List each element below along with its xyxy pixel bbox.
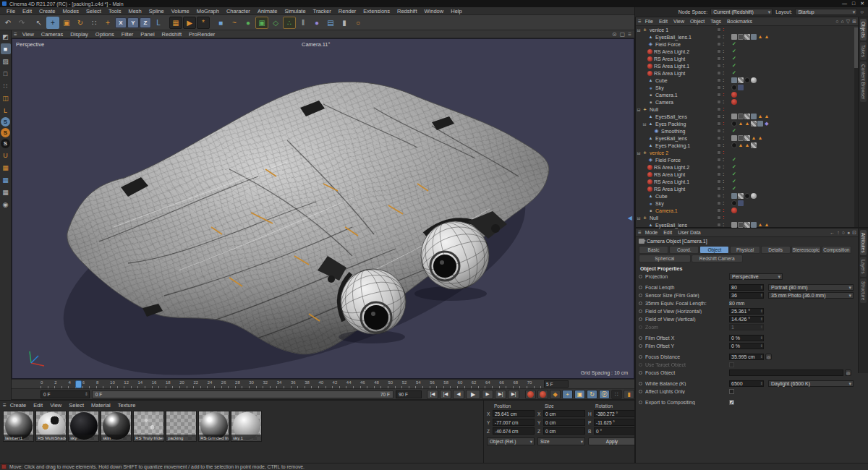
attribute-select[interactable]: Portrait (80 mm): [768, 284, 854, 291]
animation-dot-icon[interactable]: [639, 336, 642, 340]
visibility-dots[interactable]: :: [723, 143, 724, 148]
expand-toggle[interactable]: ⊟: [636, 107, 642, 112]
object-tag-icon[interactable]: [738, 222, 744, 228]
magnet-icon[interactable]: U: [1, 150, 11, 161]
material-menu-item[interactable]: View: [46, 402, 65, 409]
attribute-menu-item[interactable]: Edit: [660, 230, 675, 235]
undo-icon[interactable]: ↶: [1, 17, 14, 29]
material-menu-item[interactable]: Create: [7, 402, 30, 409]
object-tag-icon[interactable]: [757, 114, 763, 119]
object-menu-item[interactable]: Bookmarks: [724, 19, 755, 24]
attribute-menu-item[interactable]: Mode: [642, 230, 661, 235]
render-view-button[interactable]: ▦: [169, 17, 182, 29]
layer-toggle[interactable]: [717, 64, 721, 68]
attribute-checkbox[interactable]: [729, 389, 734, 394]
layer-toggle[interactable]: [717, 129, 721, 133]
object-tree-row[interactable]: Sky :: [636, 200, 856, 207]
viewport-menu-item[interactable]: Redshift: [158, 31, 186, 38]
menu-item[interactable]: Animate: [254, 8, 281, 14]
object-tag-icon[interactable]: [751, 34, 757, 40]
layer-toggle[interactable]: [717, 107, 721, 111]
coord-system-icon[interactable]: L: [152, 17, 165, 29]
object-name[interactable]: RS Area Light: [654, 172, 685, 177]
layer-toggle[interactable]: [717, 201, 721, 205]
render-picture-viewer-button[interactable]: ▶: [183, 17, 196, 29]
add-spline-button[interactable]: ~: [228, 17, 241, 29]
object-tag-icon[interactable]: [751, 77, 757, 83]
modeling-tool-icon[interactable]: ◩: [1, 31, 11, 42]
object-name[interactable]: RS Area Light.2: [654, 49, 689, 54]
edges-mode-icon[interactable]: ◫: [1, 93, 11, 103]
object-tag-icon[interactable]: [757, 34, 763, 40]
menu-item[interactable]: MoGraph: [193, 8, 223, 14]
live-selection-icon[interactable]: ↖: [33, 17, 46, 29]
panel-side-tab[interactable]: Layers: [860, 257, 867, 277]
visibility-dots[interactable]: :: [723, 187, 724, 191]
add-field-button[interactable]: ‖: [297, 17, 310, 29]
menu-item[interactable]: Render: [335, 8, 360, 14]
visibility-dots[interactable]: :: [723, 150, 724, 155]
next-key-button[interactable]: ▶|: [495, 390, 506, 399]
object-name[interactable]: Eyes Packing: [655, 121, 686, 127]
attribute-value-field[interactable]: 14.426 °: [729, 316, 764, 322]
viewport-menu-item[interactable]: Options: [92, 31, 118, 38]
object-tag-icon[interactable]: [738, 34, 744, 40]
layer-toggle[interactable]: [717, 136, 721, 140]
object-tree-row[interactable]: Camera.1 :: [636, 91, 856, 98]
object-name[interactable]: Smoothing: [661, 129, 685, 134]
material-menu-item[interactable]: Texture: [114, 402, 140, 409]
sep3[interactable]: [210, 17, 213, 29]
view-label[interactable]: Perspective: [16, 41, 44, 48]
object-tree-row[interactable]: Camera.1 :: [636, 207, 856, 214]
object-tag-icon[interactable]: [731, 85, 737, 90]
object-name[interactable]: RS Area Light: [654, 56, 685, 61]
search-icon[interactable]: ○: [860, 9, 864, 15]
menu-item[interactable]: Redshift: [393, 8, 421, 14]
autokey-button[interactable]: [537, 390, 548, 399]
home-icon[interactable]: ⌂: [841, 19, 844, 25]
layer-toggle[interactable]: [717, 56, 721, 61]
object-tag-icon[interactable]: [731, 208, 737, 213]
frame-spinner[interactable]: 0 F: [41, 390, 90, 398]
add-panel-icon[interactable]: ⊞: [852, 19, 856, 25]
layout-select[interactable]: Startup: [795, 9, 857, 15]
object-tree-row[interactable]: ⊟ venice 2 :: [636, 149, 856, 156]
object-tag-icon[interactable]: [751, 121, 757, 127]
new-panel-icon[interactable]: ⊡: [852, 230, 856, 236]
panel-side-tab[interactable]: Attributes: [860, 230, 867, 255]
object-name[interactable]: Cube: [655, 78, 668, 83]
sep1[interactable]: [29, 17, 32, 29]
object-menu-item[interactable]: Object: [687, 19, 707, 24]
object-name[interactable]: RS Area Light: [654, 71, 685, 76]
object-tag-icon[interactable]: [731, 63, 737, 69]
object-tree-row[interactable]: EyesBall_lens :: [636, 113, 856, 120]
panel-side-tab[interactable]: Content Browser: [860, 61, 867, 102]
keyframe-selection-button[interactable]: ◆: [550, 390, 561, 399]
material-menu-item[interactable]: Material: [88, 402, 114, 409]
sep2[interactable]: [166, 17, 169, 29]
material-tile[interactable]: sky: [68, 411, 99, 442]
object-tree-row[interactable]: RS Area Light.1 :: [636, 62, 856, 69]
layer-toggle[interactable]: [717, 49, 721, 54]
object-tag-icon[interactable]: [731, 114, 737, 119]
object-tag-icon[interactable]: [757, 121, 763, 127]
visibility-dots[interactable]: :: [723, 223, 724, 227]
locked-workplane-icon[interactable]: ▦: [1, 187, 11, 197]
record-button[interactable]: [525, 390, 536, 399]
attribute-menu-item[interactable]: User Data: [675, 230, 704, 235]
hamburger-icon[interactable]: ≡: [638, 18, 642, 25]
object-tag-icon[interactable]: [731, 56, 737, 61]
visibility-dots[interactable]: :: [723, 93, 724, 97]
points-mode-icon[interactable]: ∷: [1, 80, 11, 91]
play-button[interactable]: ▶: [466, 390, 480, 399]
expand-toggle[interactable]: ⊟: [636, 215, 642, 221]
layer-toggle[interactable]: [717, 179, 721, 184]
visibility-dots[interactable]: :: [723, 64, 724, 68]
object-tree-row[interactable]: Smoothing :: [636, 127, 856, 134]
current-frame-marker[interactable]: [75, 380, 82, 388]
axis-modifier-icon[interactable]: +: [101, 17, 114, 29]
rotate-icon[interactable]: ↻: [74, 17, 87, 29]
viewport-menu-item[interactable]: Cameras: [38, 31, 67, 38]
object-tag-icon[interactable]: [744, 34, 750, 40]
layer-toggle[interactable]: [717, 42, 721, 46]
